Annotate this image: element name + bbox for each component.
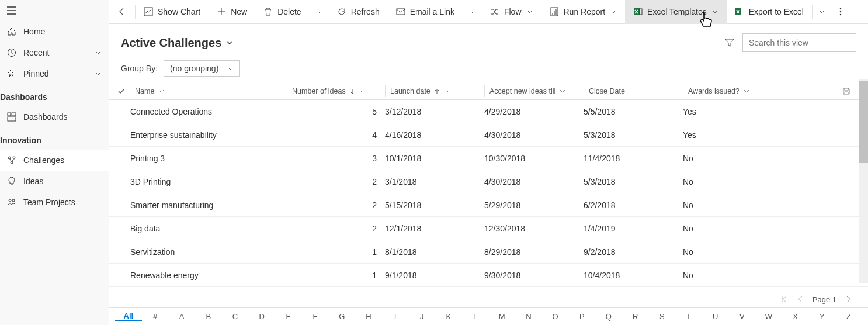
sidebar-item-ideas[interactable]: Ideas [0,171,109,192]
alpha-filter-p[interactable]: P [568,312,595,321]
show-chart-button[interactable]: Show Chart [136,0,209,24]
column-header-ideas[interactable]: Number of ideas [287,85,385,97]
alpha-filter-f[interactable]: F [302,312,329,321]
alpha-filter-i[interactable]: I [382,312,409,321]
cell-accept: 9/30/2018 [484,271,584,280]
email-split-button[interactable] [463,0,482,24]
cell-ideas: 5 [287,107,385,116]
cell-close: 5/5/2018 [584,107,683,116]
excel-templates-button[interactable]: Excel Templates [625,0,727,24]
view-selector[interactable]: Active Challenges [121,36,233,50]
alpha-filter-r[interactable]: R [622,312,649,321]
export-excel-label: Export to Excel [749,7,804,16]
column-header-name[interactable]: Name [130,85,287,97]
prev-page-icon[interactable] [796,295,804,303]
cell-launch: 10/1/2018 [385,154,484,163]
alpha-filter-h[interactable]: H [355,312,382,321]
first-page-icon[interactable] [780,295,788,303]
table-row[interactable]: Servitization18/1/20188/29/20189/2/2018N… [109,240,868,264]
export-split-button[interactable] [813,0,831,24]
search-input[interactable] [749,38,851,47]
delete-button[interactable]: Delete [255,0,309,24]
alpha-filter-j[interactable]: J [408,312,435,321]
alpha-filter-q[interactable]: Q [595,312,622,321]
alpha-filter-a[interactable]: A [168,312,195,321]
alpha-filter-m[interactable]: M [488,312,515,321]
table-row[interactable]: Connected Operations53/12/20184/29/20185… [109,100,868,123]
alpha-filter-v[interactable]: V [728,312,755,321]
table-row[interactable]: Enterprise sustainability44/16/20184/30/… [109,123,868,147]
sidebar-item-dashboards[interactable]: Dashboards [0,106,109,127]
search-box[interactable] [742,33,856,52]
table-row[interactable]: Printing 3310/1/201810/30/201811/4/2018N… [109,147,868,170]
alpha-filter-u[interactable]: U [702,312,729,321]
sidebar-item-challenges[interactable]: Challenges [0,150,109,171]
cell-accept: 4/30/2018 [484,130,584,140]
cell-accept: 5/29/2018 [484,200,584,210]
new-button[interactable]: New [209,0,255,24]
alpha-filter-l[interactable]: L [462,312,489,321]
alpha-filter-t[interactable]: T [675,312,702,321]
alpha-filter-o[interactable]: O [542,312,569,321]
alpha-filter-e[interactable]: E [275,312,302,321]
select-all-checkbox[interactable] [117,87,130,95]
overflow-button[interactable] [831,0,850,24]
alpha-filter-c[interactable]: C [222,312,249,321]
next-page-icon[interactable] [845,295,853,303]
groupby-label: Group By: [121,64,158,73]
sidebar-item-pinned[interactable]: Pinned [0,63,109,84]
page-label: Page 1 [813,295,836,304]
export-excel-button[interactable]: Export to Excel [727,0,812,24]
alpha-filter-x[interactable]: X [782,312,809,321]
more-vertical-icon [839,7,842,16]
view-title: Active Challenges [121,36,221,50]
refresh-icon [337,7,346,16]
column-header-awards[interactable]: Awards issued? [683,85,782,97]
alpha-filter-w[interactable]: W [755,312,782,321]
chevron-down-icon [359,88,366,95]
back-button[interactable] [109,0,135,24]
sidebar-label-home: Home [23,27,45,36]
alpha-filter-s[interactable]: S [648,312,675,321]
run-report-button[interactable]: Run Report [541,0,626,24]
alpha-filter-n[interactable]: N [515,312,542,321]
hamburger-button[interactable] [0,0,109,21]
flow-icon [490,7,499,16]
sidebar-item-home[interactable]: Home [0,21,109,42]
table-row[interactable]: Big data212/1/201812/30/20181/4/2019No [109,217,868,240]
delete-split-button[interactable] [310,0,329,24]
filter-button[interactable] [725,38,734,47]
sidebar-item-recent[interactable]: Recent [0,42,109,63]
chevron-down-icon [818,8,825,15]
cell-awards: No [683,247,782,257]
alpha-filter-#[interactable]: # [142,312,169,321]
scrollbar-thumb[interactable] [859,81,868,163]
table-row[interactable]: Smarter manufacturing25/15/20185/29/2018… [109,193,868,217]
sidebar-label-pinned: Pinned [23,69,49,78]
alpha-filter-g[interactable]: G [328,312,355,321]
alpha-filter-y[interactable]: Y [808,312,835,321]
table-row[interactable]: Renewable energy19/1/20189/30/201810/4/2… [109,264,868,287]
grid-header-row: Name Number of ideas Launch date Accept … [109,82,868,100]
new-label: New [231,7,247,16]
flow-button[interactable]: Flow [482,0,541,24]
sidebar-item-teamprojects[interactable]: Team Projects [0,192,109,213]
alpha-filter-b[interactable]: B [195,312,222,321]
groupby-select[interactable]: (no grouping) [164,60,240,77]
alpha-filter-k[interactable]: K [435,312,462,321]
sidebar-label-dashboards: Dashboards [23,112,68,122]
cell-close: 5/3/2018 [584,130,683,140]
chevron-down-icon [158,88,165,95]
email-link-button[interactable]: Email a Link [388,0,463,24]
table-row[interactable]: 3D Printing23/1/20184/30/20185/3/2018No [109,170,868,193]
refresh-button[interactable]: Refresh [329,0,388,24]
alpha-filter-d[interactable]: D [248,312,275,321]
column-header-accept[interactable]: Accept new ideas till [484,85,584,97]
column-header-close[interactable]: Close Date [584,85,683,97]
svg-point-15 [840,8,842,10]
scrollbar[interactable] [859,79,868,283]
alpha-filter-z[interactable]: Z [835,312,862,321]
alpha-filter-all[interactable]: All [115,312,142,321]
sort-desc-icon [349,88,355,94]
column-header-launch[interactable]: Launch date [385,85,484,97]
